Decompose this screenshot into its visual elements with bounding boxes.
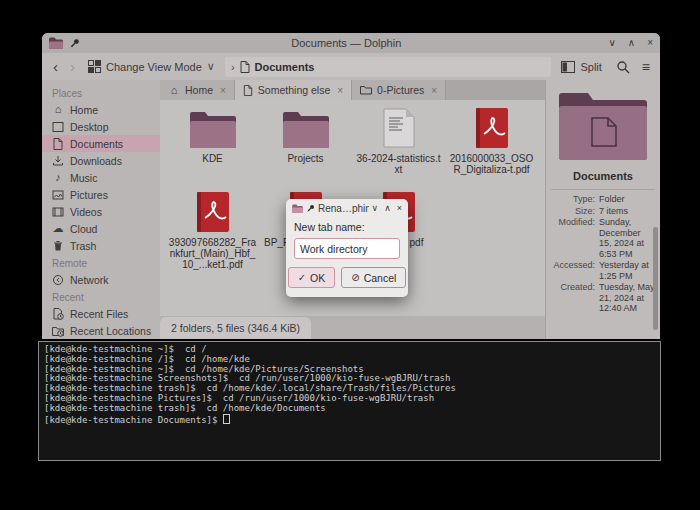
info-row: Type: Folder: [551, 194, 655, 205]
back-button[interactable]: ‹: [50, 59, 61, 74]
cancel-button[interactable]: ⊘ Cancel: [341, 267, 406, 288]
sidebar-item-videos[interactable]: Videos: [42, 203, 160, 220]
file-name: Projects: [287, 153, 323, 164]
toolbar: ‹ › Change View Mode ∨ › Documents: [42, 53, 660, 80]
info-value: Sunday, December 15, 2024 at 6:53 PM: [599, 217, 655, 259]
sidebar-item-label: Trash: [70, 240, 96, 252]
sidebar-item-music[interactable]: ♪ Music: [42, 169, 160, 186]
info-label: Accessed:: [551, 260, 599, 281]
pictures-icon: [52, 189, 64, 201]
info-row: Modified: Sunday, December 15, 2024 at 6…: [551, 217, 655, 259]
info-value: 7 items: [599, 206, 655, 217]
document-icon: [243, 85, 253, 96]
breadcrumb[interactable]: Documents: [255, 61, 315, 73]
recent-locations-icon: [52, 325, 64, 337]
close-icon[interactable]: ×: [397, 204, 402, 213]
file-name: pdf: [410, 237, 424, 248]
info-table: Type: Folder Size: 7 items Modified: Sun…: [551, 189, 655, 315]
tab-close-icon[interactable]: ×: [220, 85, 226, 96]
info-row: Size: 7 items: [551, 206, 655, 217]
cancel-label: Cancel: [364, 272, 397, 284]
minimize-icon[interactable]: ∨: [372, 204, 379, 213]
file-name: 2016000033_OSOR_Digitaliza-t.pdf: [448, 153, 536, 175]
info-value: Tuesday, May 21, 2024 at 12:40 AM: [599, 282, 655, 314]
change-view-mode-label: Change View Mode: [106, 61, 202, 73]
document-icon: [52, 138, 64, 150]
sidebar-item-label: Network: [70, 274, 109, 286]
ok-button[interactable]: ✓ OK: [288, 267, 336, 288]
sidebar-item-network[interactable]: Network: [42, 271, 160, 288]
home-icon: ⌂: [52, 104, 64, 115]
tab-something-else[interactable]: Something else ×: [235, 80, 352, 100]
terminal-window[interactable]: [kde@kde-testmachine ~]$ cd / [kde@kde-t…: [38, 341, 661, 461]
sidebar-item-documents[interactable]: Documents: [42, 135, 160, 152]
file-item-statistics-txt[interactable]: 36-2024-statistics.txt: [352, 102, 445, 175]
network-icon: [52, 274, 64, 286]
pin-icon[interactable]: [69, 38, 80, 49]
menu-icon[interactable]: ≡: [640, 59, 652, 75]
info-label: Modified:: [551, 217, 599, 259]
sidebar-item-desktop[interactable]: Desktop: [42, 118, 160, 135]
home-icon: ⌂: [168, 85, 180, 96]
file-item-frankfurt-pdf[interactable]: 393097668282_Frankfurt_(Main)_Hbf_10_...…: [166, 186, 259, 270]
maximize-icon[interactable]: ∧: [628, 38, 635, 48]
places-panel: Places ⌂ Home Desktop Documents: [42, 80, 160, 339]
info-scrollbar[interactable]: [653, 227, 658, 330]
minimize-icon[interactable]: ∨: [609, 38, 616, 48]
maximize-icon[interactable]: ∧: [384, 204, 391, 213]
sidebar-item-label: Downloads: [70, 155, 122, 167]
folder-icon: [190, 110, 236, 148]
sidebar-item-cloud[interactable]: ☁ Cloud: [42, 220, 160, 237]
dialog-title: Rena…phin: [318, 203, 369, 214]
change-view-mode-button[interactable]: Change View Mode ∨: [84, 58, 219, 75]
tab-label: Something else: [258, 84, 330, 96]
terminal-cursor: [223, 414, 230, 424]
folder-preview-icon: [559, 90, 647, 160]
sidebar-item-label: Documents: [70, 138, 123, 150]
forward-button[interactable]: ›: [67, 59, 78, 74]
sidebar-item-downloads[interactable]: Downloads: [42, 152, 160, 169]
file-item-osor-pdf[interactable]: 2016000033_OSOR_Digitaliza-t.pdf: [445, 102, 538, 175]
sidebar-item-trash[interactable]: Trash: [42, 237, 160, 254]
section-places: Places: [42, 84, 160, 101]
terminal-prompt: [kde@kde-testmachine Documents]$: [44, 415, 223, 425]
pin-icon[interactable]: [306, 204, 315, 213]
ok-label: OK: [310, 272, 325, 284]
sidebar-item-label: Music: [70, 172, 97, 184]
pdf-icon: [197, 192, 229, 232]
sidebar-item-pictures[interactable]: Pictures: [42, 186, 160, 203]
document-icon: [240, 61, 250, 73]
tab-name-input[interactable]: [294, 238, 400, 259]
sidebar-item-label: Recent Locations: [70, 325, 151, 337]
location-bar[interactable]: › Documents: [225, 57, 552, 77]
tab-close-icon[interactable]: ×: [431, 85, 437, 96]
split-label: Split: [580, 61, 601, 73]
status-summary: 2 folders, 5 files (346.4 KiB): [160, 317, 311, 339]
cancel-circle-icon: ⊘: [351, 272, 359, 283]
split-button[interactable]: Split: [557, 59, 605, 75]
tab-0-pictures[interactable]: 0-Pictures ×: [352, 80, 446, 100]
info-label: Type:: [551, 194, 599, 205]
sidebar-item-label: Cloud: [70, 223, 97, 235]
check-icon: ✓: [298, 272, 306, 283]
sidebar-item-label: Pictures: [70, 189, 108, 201]
info-row: Accessed: Yesterday at 1:25 PM: [551, 260, 655, 281]
tab-home[interactable]: ⌂ Home ×: [160, 80, 235, 100]
tab-close-icon[interactable]: ×: [337, 85, 343, 96]
sidebar-item-home[interactable]: ⌂ Home: [42, 101, 160, 118]
terminal-line: [kde@kde-testmachine trash]$ cd /home/kd…: [44, 404, 655, 414]
file-name: KDE: [202, 153, 223, 164]
new-tab-name-label: New tab name:: [294, 221, 400, 233]
sidebar-item-label: Recent Files: [70, 308, 128, 320]
section-recent: Recent: [42, 288, 160, 305]
sidebar-item-recent-locations[interactable]: Recent Locations: [42, 322, 160, 339]
close-icon[interactable]: ×: [647, 38, 653, 48]
dialog-titlebar: Rena…phin ∨ ∧ ×: [286, 199, 408, 217]
file-item-kde[interactable]: KDE: [166, 102, 259, 175]
file-item-projects[interactable]: Projects: [259, 102, 352, 175]
sidebar-item-label: Desktop: [70, 121, 109, 133]
sidebar-item-recent-files[interactable]: Recent Files: [42, 305, 160, 322]
music-icon: ♪: [52, 172, 64, 183]
search-icon[interactable]: [616, 60, 630, 74]
file-name: 36-2024-statistics.txt: [355, 153, 443, 175]
